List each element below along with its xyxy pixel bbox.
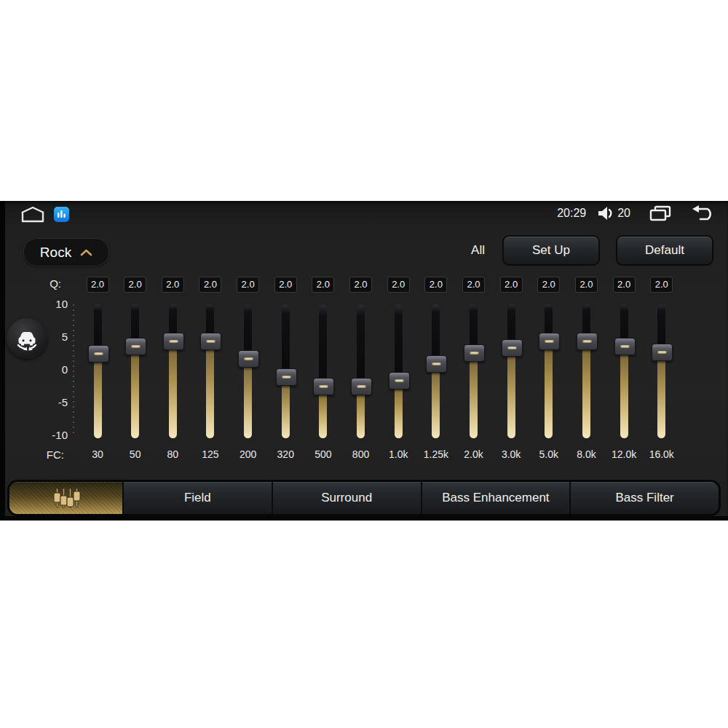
home-icon[interactable] [20, 206, 45, 223]
handle-grip [470, 352, 479, 355]
tab-field[interactable]: Field [122, 482, 272, 514]
slider-track-lower [507, 347, 515, 439]
eq-slider[interactable] [229, 304, 267, 438]
eq-slider[interactable] [492, 304, 530, 438]
handle-grip [319, 385, 328, 388]
slider-handle[interactable] [389, 372, 410, 389]
slider-handle[interactable] [200, 333, 221, 350]
slider-track-lower [620, 346, 628, 438]
eq-band: 2.0 5.0k [530, 277, 568, 463]
eq-slider[interactable] [191, 304, 229, 438]
q-value-box[interactable]: 2.0 [312, 277, 334, 293]
back-icon[interactable] [690, 205, 716, 222]
eq-band: 2.0 200 [229, 277, 267, 463]
handle-grip [169, 340, 178, 343]
q-value-box[interactable]: 2.0 [162, 277, 184, 293]
q-value-box[interactable]: 2.0 [424, 277, 447, 293]
default-button[interactable]: Default [616, 235, 713, 266]
slider-track-lower [432, 363, 440, 438]
slider-handle[interactable] [502, 339, 523, 357]
eq-band: 2.0 30 [79, 277, 116, 463]
handle-grip [582, 340, 592, 343]
all-button[interactable]: All [470, 243, 486, 258]
q-value-box[interactable]: 2.0 [87, 277, 109, 293]
handle-grip [657, 351, 667, 354]
eq-band: 2.0 80 [154, 277, 191, 463]
setup-button[interactable]: Set Up [502, 235, 600, 266]
eq-slider[interactable] [266, 304, 304, 438]
slider-track-lower [244, 358, 252, 438]
q-value-box[interactable]: 2.0 [462, 277, 485, 293]
handle-grip [507, 347, 517, 349]
eq-slider[interactable] [304, 304, 342, 438]
recent-apps-icon[interactable] [649, 205, 671, 221]
eq-slider[interactable] [116, 304, 154, 438]
eq-band: 2.0 1.0k [379, 277, 417, 463]
eq-slider[interactable] [79, 304, 116, 438]
slider-track-upper [282, 304, 290, 376]
clock: 20:29 [557, 207, 586, 220]
eq-slider[interactable] [567, 304, 605, 438]
eq-slider[interactable] [605, 304, 643, 438]
slider-handle[interactable] [125, 338, 146, 355]
slider-handle[interactable] [88, 345, 109, 363]
tab-equalizer[interactable] [9, 482, 122, 514]
tab-surround[interactable]: Surround [272, 482, 421, 514]
car-surround-icon[interactable] [7, 318, 47, 359]
eq-slider[interactable] [530, 304, 568, 438]
db-axis-label: 10 [28, 297, 68, 312]
q-value-box[interactable]: 2.0 [650, 277, 673, 293]
q-value-box[interactable]: 2.0 [349, 277, 372, 293]
preset-label: Rock [40, 245, 71, 261]
eq-band: 2.0 320 [266, 277, 304, 463]
q-value-box[interactable]: 2.0 [575, 277, 598, 293]
q-value-box[interactable]: 2.0 [237, 277, 259, 293]
ai-assistant-app-icon[interactable] [54, 207, 69, 222]
q-row-label: Q: [41, 277, 61, 291]
freq-label: 16.0k [637, 448, 687, 460]
slider-track-lower [545, 341, 553, 439]
screen-bezel-left [0, 201, 5, 521]
q-value-box[interactable]: 2.0 [199, 277, 221, 293]
q-value-box[interactable]: 2.0 [613, 277, 636, 293]
header-actions: All Set Up Default [470, 236, 713, 265]
slider-handle[interactable] [426, 355, 447, 373]
eq-slider[interactable] [379, 304, 417, 438]
q-value-box[interactable]: 2.0 [274, 277, 297, 293]
eq-slider[interactable] [342, 304, 380, 438]
speaker-icon [598, 206, 614, 221]
tab-bass-enhancement[interactable]: Bass Enhancement [421, 482, 570, 514]
q-value-box[interactable]: 2.0 [124, 277, 146, 293]
slider-track-lower [169, 341, 177, 439]
tab-label: Surround [321, 491, 372, 505]
eq-slider[interactable] [643, 304, 681, 438]
eq-slider[interactable] [455, 304, 493, 438]
eq-band: 2.0 3.0k [492, 277, 530, 463]
tab-bass-filter[interactable]: Bass Filter [569, 482, 719, 514]
slider-handle[interactable] [614, 338, 636, 355]
q-value-box[interactable]: 2.0 [500, 277, 523, 293]
slider-handle[interactable] [163, 333, 184, 350]
q-value-box[interactable]: 2.0 [387, 277, 410, 293]
slider-handle[interactable] [313, 378, 334, 395]
slider-handle[interactable] [238, 350, 259, 368]
preset-dropdown[interactable]: Rock [23, 238, 109, 266]
slider-handle[interactable] [652, 344, 673, 361]
eq-slider[interactable] [154, 304, 191, 438]
eq-band: 2.0 12.0k [605, 277, 643, 463]
slider-handle[interactable] [464, 344, 485, 362]
slider-handle[interactable] [539, 333, 560, 350]
eq-band: 2.0 2.0k [455, 277, 493, 463]
tab-label: Bass Filter [615, 491, 673, 505]
slider-handle[interactable] [577, 333, 598, 350]
slider-handle[interactable] [351, 378, 372, 395]
eq-band: 2.0 500 [304, 277, 342, 463]
slider-handle[interactable] [276, 368, 297, 386]
db-axis-label: 0 [28, 363, 68, 377]
tab-label: Bass Enhancement [442, 491, 549, 505]
handle-grip [395, 379, 404, 382]
eq-band: 2.0 16.0k [643, 277, 681, 463]
slider-track-lower [131, 346, 139, 438]
eq-slider[interactable] [417, 304, 455, 438]
q-value-box[interactable]: 2.0 [537, 277, 560, 293]
